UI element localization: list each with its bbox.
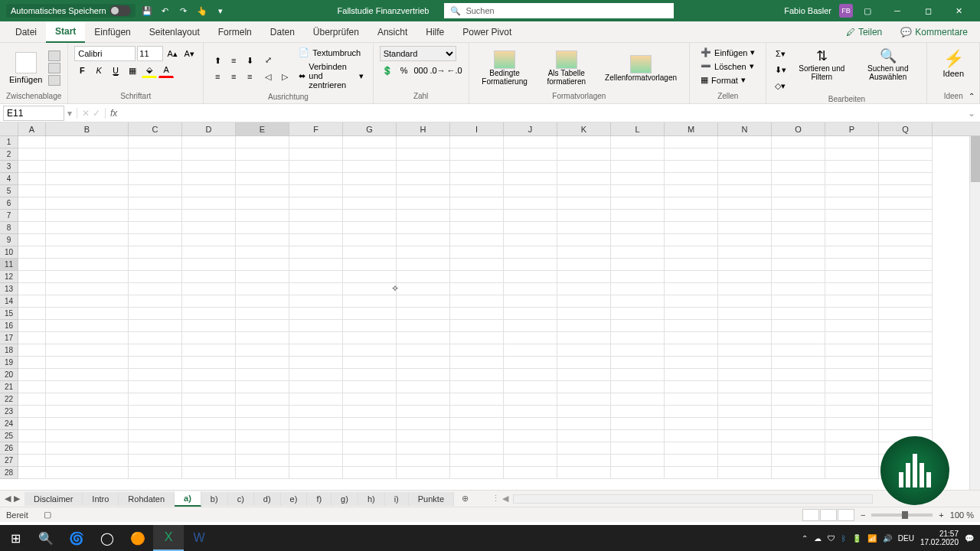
cell-N6[interactable]: [718, 197, 772, 210]
row-header-14[interactable]: 14: [0, 295, 18, 308]
cell-C15[interactable]: [129, 308, 182, 320]
cell-K3[interactable]: [557, 161, 611, 173]
sheet-f[interactable]: f): [307, 492, 332, 506]
cell-N11[interactable]: [718, 259, 772, 271]
cell-Q24[interactable]: [879, 418, 933, 430]
col-header-J[interactable]: J: [504, 122, 557, 135]
row-header-25[interactable]: 25: [0, 430, 18, 442]
cell-Q9[interactable]: [879, 234, 933, 246]
zoom-level[interactable]: 100 %: [950, 510, 974, 520]
cell-P10[interactable]: [825, 246, 879, 259]
cell-E8[interactable]: [236, 222, 289, 234]
cell-D15[interactable]: [182, 308, 236, 320]
cell-Q16[interactable]: [879, 320, 933, 332]
cell-B1[interactable]: [46, 136, 129, 148]
fx-icon[interactable]: fx: [106, 108, 122, 119]
cell-E24[interactable]: [236, 418, 289, 430]
cell-G23[interactable]: [343, 406, 397, 418]
cell-I16[interactable]: [450, 320, 504, 332]
cell-L7[interactable]: [611, 210, 665, 222]
sheet-intro[interactable]: Intro: [83, 492, 119, 506]
cell-Q18[interactable]: [879, 344, 933, 357]
cell-E13[interactable]: [236, 283, 289, 295]
cell-G10[interactable]: [343, 246, 397, 259]
cell-F2[interactable]: [289, 148, 343, 161]
cell-F1[interactable]: [289, 136, 343, 148]
cell-O10[interactable]: [772, 246, 825, 259]
row-header-28[interactable]: 28: [0, 467, 18, 479]
cell-J8[interactable]: [504, 222, 557, 234]
cell-E1[interactable]: [236, 136, 289, 148]
delete-cells-button[interactable]: ➖ Löschen ▾: [696, 60, 760, 73]
cell-N3[interactable]: [718, 161, 772, 173]
horizontal-scrollbar[interactable]: [513, 494, 873, 504]
cell-A21[interactable]: [18, 381, 46, 393]
cell-H17[interactable]: [397, 332, 450, 344]
cell-E27[interactable]: [236, 455, 289, 467]
cell-O5[interactable]: [772, 185, 825, 197]
app3-icon[interactable]: 🟠: [122, 525, 153, 551]
cell-O19[interactable]: [772, 357, 825, 369]
cell-C3[interactable]: [129, 161, 182, 173]
cell-N7[interactable]: [718, 210, 772, 222]
cell-B15[interactable]: [46, 308, 129, 320]
page-break-view-button[interactable]: [838, 509, 854, 521]
cell-N4[interactable]: [718, 173, 772, 185]
cell-O25[interactable]: [772, 430, 825, 442]
cell-C1[interactable]: [129, 136, 182, 148]
cell-C2[interactable]: [129, 148, 182, 161]
cell-K8[interactable]: [557, 222, 611, 234]
col-header-Q[interactable]: Q: [879, 122, 933, 135]
align-top-icon[interactable]: ⬆: [210, 53, 225, 68]
cell-H4[interactable]: [397, 173, 450, 185]
cell-F28[interactable]: [289, 467, 343, 479]
cell-A28[interactable]: [18, 467, 46, 479]
cell-I8[interactable]: [450, 222, 504, 234]
cell-C18[interactable]: [129, 344, 182, 357]
tray-clock[interactable]: 21:57 17.02.2020: [920, 530, 959, 546]
cell-D20[interactable]: [182, 369, 236, 381]
cell-Q6[interactable]: [879, 197, 933, 210]
cell-D25[interactable]: [182, 430, 236, 442]
cell-H3[interactable]: [397, 161, 450, 173]
cell-G14[interactable]: [343, 295, 397, 308]
cell-H7[interactable]: [397, 210, 450, 222]
cell-P8[interactable]: [825, 222, 879, 234]
cell-C14[interactable]: [129, 295, 182, 308]
cell-G4[interactable]: [343, 173, 397, 185]
sort-filter-button[interactable]: ⇅Sortieren und Filtern: [792, 46, 851, 83]
cell-F6[interactable]: [289, 197, 343, 210]
cell-B26[interactable]: [46, 442, 129, 455]
cell-B14[interactable]: [46, 295, 129, 308]
cell-H13[interactable]: [397, 283, 450, 295]
cell-M2[interactable]: [665, 148, 718, 161]
cell-Q12[interactable]: [879, 271, 933, 283]
cell-O9[interactable]: [772, 234, 825, 246]
cell-B7[interactable]: [46, 210, 129, 222]
cell-D7[interactable]: [182, 210, 236, 222]
cell-I21[interactable]: [450, 381, 504, 393]
cell-M1[interactable]: [665, 136, 718, 148]
bold-button[interactable]: F: [74, 63, 90, 78]
cell-C12[interactable]: [129, 271, 182, 283]
cell-G1[interactable]: [343, 136, 397, 148]
cell-F22[interactable]: [289, 393, 343, 406]
formula-input[interactable]: [122, 108, 963, 119]
format-table-button[interactable]: Als Tabelle formatieren: [537, 49, 596, 87]
cell-P27[interactable]: [825, 455, 879, 467]
font-name-select[interactable]: [74, 46, 136, 61]
zoom-slider[interactable]: [871, 514, 933, 517]
cell-J19[interactable]: [504, 357, 557, 369]
cell-I24[interactable]: [450, 418, 504, 430]
cell-N12[interactable]: [718, 271, 772, 283]
cell-A7[interactable]: [18, 210, 46, 222]
cell-J22[interactable]: [504, 393, 557, 406]
cell-M21[interactable]: [665, 381, 718, 393]
cell-F15[interactable]: [289, 308, 343, 320]
cell-J23[interactable]: [504, 406, 557, 418]
cell-P18[interactable]: [825, 344, 879, 357]
cell-A8[interactable]: [18, 222, 46, 234]
vertical-scrollbar[interactable]: [969, 136, 980, 490]
cell-G24[interactable]: [343, 418, 397, 430]
touch-icon[interactable]: 👆: [195, 4, 209, 18]
